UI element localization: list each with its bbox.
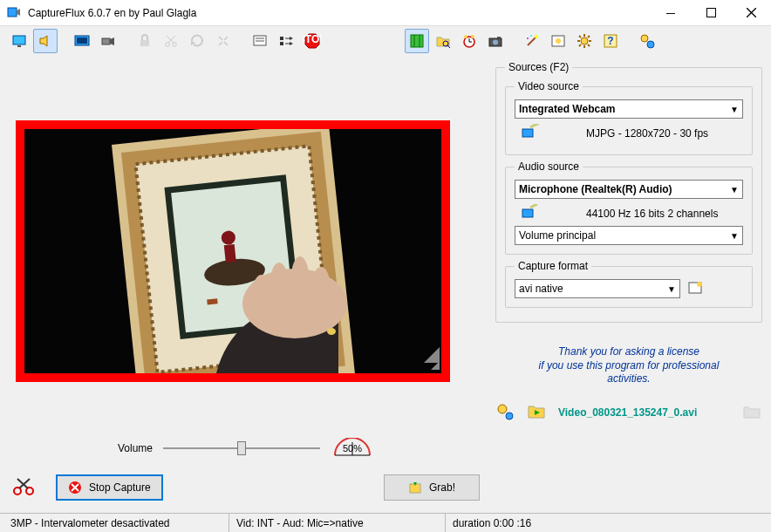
svg-line-54 [579, 44, 581, 46]
sources-fieldset: Sources (F2) Video source Integrated Web… [495, 61, 762, 323]
video-source-select[interactable]: Integrated Webcam ▼ [515, 99, 743, 119]
svg-point-95 [498, 405, 507, 413]
stop-capture-label: Stop Capture [89, 481, 151, 494]
svg-rect-2 [706, 9, 715, 17]
svg-marker-1 [17, 9, 20, 16]
svg-rect-88 [522, 129, 533, 137]
svg-rect-12 [140, 40, 149, 46]
titlebar: CaptureFlux 6.0.7 en by Paul Glagla ─ [0, 0, 771, 26]
svg-point-72 [253, 275, 270, 306]
video-config-icon[interactable] [522, 124, 539, 142]
audio-source-group: Audio source Microphone (Realtek(R) Audi… [505, 160, 753, 255]
svg-point-38 [493, 40, 498, 45]
svg-point-58 [647, 41, 654, 48]
chevron-down-icon: ▼ [730, 231, 739, 241]
gears-blue-icon[interactable] [635, 29, 659, 53]
stop-icon[interactable]: STOP [300, 29, 324, 53]
volume-slider[interactable] [163, 440, 320, 457]
svg-rect-5 [13, 36, 25, 44]
minimize-button[interactable]: ─ [651, 0, 691, 26]
svg-point-45 [556, 38, 561, 44]
shift-icon[interactable] [274, 29, 298, 53]
audio-source-select[interactable]: Microphone (Realtek(R) Audio) ▼ [515, 180, 743, 199]
capture-format-config-icon[interactable] [687, 280, 703, 298]
svg-line-40 [528, 37, 536, 45]
svg-rect-21 [280, 37, 283, 40]
svg-line-16 [167, 36, 174, 43]
video-preview [16, 120, 450, 382]
fullscreen-monitor-icon[interactable] [70, 29, 94, 53]
svg-line-53 [588, 36, 590, 38]
monitor-icon[interactable] [7, 29, 31, 53]
toolbar: STOP ? [0, 26, 771, 56]
status-cell-3: duration 0:00 :16 [445, 514, 538, 532]
lock-icon [133, 29, 157, 53]
shrink-icon [211, 29, 235, 53]
volume-gauge: 50% [331, 438, 374, 459]
video-source-label: Video source [515, 80, 583, 92]
svg-line-52 [588, 44, 590, 46]
chevron-down-icon: ▼ [730, 105, 739, 114]
svg-line-51 [579, 36, 581, 38]
camcorder-icon[interactable] [96, 29, 120, 53]
sources-panel-icon[interactable] [405, 29, 429, 53]
svg-rect-68 [224, 244, 236, 263]
scissors-icon[interactable] [12, 477, 38, 499]
svg-point-14 [173, 43, 177, 47]
svg-point-94 [697, 282, 702, 287]
svg-point-13 [166, 43, 170, 47]
svg-marker-7 [40, 36, 47, 46]
svg-point-46 [581, 38, 588, 44]
svg-point-42 [527, 38, 529, 39]
refresh-icon [185, 29, 209, 53]
clock-icon[interactable] [457, 29, 481, 53]
chevron-down-icon: ▼ [667, 284, 676, 294]
options-icon[interactable] [546, 29, 570, 53]
camera-icon[interactable] [483, 29, 508, 53]
svg-marker-17 [191, 41, 195, 45]
audio-config-icon[interactable] [522, 204, 539, 222]
capture-format-group: Capture format avi native ▼ [505, 260, 753, 308]
maximize-button[interactable] [691, 0, 731, 26]
gear-icon[interactable] [572, 29, 597, 53]
status-cell-1: 3MP - Intervalometer desactivated [3, 514, 222, 532]
grab-button[interactable]: Grab! [384, 474, 480, 501]
svg-marker-24 [290, 42, 293, 45]
folder-play-icon[interactable] [527, 403, 546, 423]
svg-point-76 [327, 328, 336, 335]
chevron-down-icon: ▼ [730, 185, 739, 194]
svg-text:?: ? [607, 35, 613, 47]
window-title: CaptureFlux 6.0.7 en by Paul Glagla [28, 7, 651, 19]
svg-point-73 [270, 263, 288, 301]
capture-format-select[interactable]: avi native ▼ [515, 279, 680, 298]
audio-source-value: Microphone (Realtek(R) Audio) [519, 183, 672, 195]
speaker-icon[interactable] [33, 29, 58, 53]
close-button[interactable] [731, 0, 771, 26]
wand-icon[interactable] [520, 29, 544, 53]
output-file-link[interactable]: Video_080321_135247_0.avi [558, 406, 697, 419]
app-icon [7, 6, 21, 20]
volume-pct: 50% [331, 443, 374, 454]
main-area: Volume 50% Stop Capture Grab! [0, 56, 771, 513]
svg-point-96 [506, 413, 513, 419]
svg-rect-27 [411, 35, 423, 47]
svg-rect-0 [8, 8, 17, 17]
stop-capture-button[interactable]: Stop Capture [56, 474, 163, 501]
volume-control-select[interactable]: Volume principal ▼ [515, 226, 743, 245]
grab-label: Grab! [429, 481, 455, 494]
svg-rect-39 [497, 37, 501, 38]
svg-point-41 [535, 35, 538, 38]
note-icon[interactable] [248, 29, 272, 53]
volume-control-value: Volume principal [519, 229, 596, 242]
svg-text:STOP: STOP [304, 33, 321, 45]
svg-line-92 [530, 204, 537, 208]
video-source-value: Integrated Webcam [519, 103, 615, 115]
help-icon[interactable]: ? [598, 29, 623, 53]
capture-format-label: Capture format [515, 260, 591, 272]
folder-search-icon[interactable] [431, 29, 455, 53]
svg-point-43 [530, 35, 532, 37]
svg-point-36 [471, 35, 474, 38]
svg-rect-91 [522, 209, 533, 217]
svg-rect-6 [17, 45, 21, 47]
gears-icon[interactable] [495, 402, 515, 424]
